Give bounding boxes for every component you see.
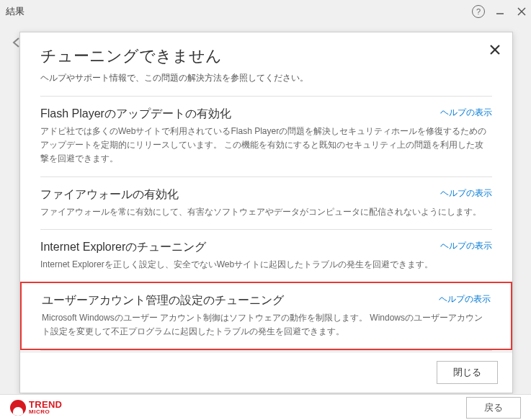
help-link[interactable]: ヘルプの表示 — [439, 293, 491, 305]
tuning-item-highlighted: ユーザーアカウント管理の設定のチューニング ヘルプの表示 Microsoft W… — [20, 282, 512, 350]
minimize-button[interactable] — [494, 5, 507, 18]
item-description: Internet Explorerを正しく設定し、安全でないWebサイトに起因し… — [40, 258, 492, 272]
item-title: ユーザーアカウント管理の設定のチューニング — [42, 293, 284, 308]
dialog-footer: 閉じる — [20, 352, 512, 393]
help-link[interactable]: ヘルプの表示 — [440, 187, 492, 200]
item-description: Microsoft Windowsのユーザー アカウント制御はソフトウェアの動作… — [42, 311, 491, 339]
dialog-body: Flash Playerのアップデートの有効化 ヘルプの表示 アドビ社では多くの… — [20, 96, 512, 352]
item-title: Flash Playerのアップデートの有効化 — [40, 107, 231, 122]
item-description: アドビ社では多くのWebサイトで利用されているFlash Playerの問題を解… — [40, 125, 492, 166]
dialog: チューニングできません ヘルプやサポート情報で、この問題の解決方法を参照してくだ… — [19, 32, 513, 393]
back-button[interactable]: 戻る — [466, 397, 521, 419]
close-icon[interactable] — [486, 41, 504, 58]
bottom-bar: TREND MICRO 戻る — [0, 394, 531, 420]
dialog-subtitle: ヘルプやサポート情報で、この問題の解決方法を参照してください。 — [40, 71, 492, 84]
brand-logo: TREND MICRO — [10, 400, 62, 416]
tuning-item: Internet Explorerのチューニング ヘルプの表示 Internet… — [40, 229, 492, 282]
help-link[interactable]: ヘルプの表示 — [440, 240, 492, 252]
tuning-item: ファイアウォールの有効化 ヘルプの表示 ファイアウォールを常に有効にして、有害な… — [40, 177, 492, 229]
tuning-item: Flash Playerのアップデートの有効化 ヘルプの表示 アドビ社では多くの… — [40, 96, 492, 177]
dialog-header: チューニングできません ヘルプやサポート情報で、この問題の解決方法を参照してくだ… — [20, 32, 512, 96]
item-title: Internet Explorerのチューニング — [40, 240, 206, 255]
close-button[interactable]: 閉じる — [437, 361, 498, 384]
item-description: ファイアウォールを常に有効にして、有害なソフトウェアやデータがコンピュータに配信… — [40, 205, 492, 219]
help-link[interactable]: ヘルプの表示 — [440, 107, 492, 119]
item-title: ファイアウォールの有効化 — [40, 187, 179, 202]
trend-micro-icon — [10, 400, 26, 416]
help-icon[interactable]: ? — [472, 5, 485, 18]
tuning-item: Windows Updateの有効化 ヘルプの表示 マイクロソフト社では問題を解… — [40, 350, 492, 352]
parent-window-title: 結果 — [6, 5, 24, 18]
brand-text: TREND MICRO — [29, 400, 62, 415]
dialog-title: チューニングできません — [40, 45, 492, 67]
parent-title-bar: 結果 ? — [0, 0, 531, 23]
close-window-button[interactable] — [515, 5, 528, 18]
